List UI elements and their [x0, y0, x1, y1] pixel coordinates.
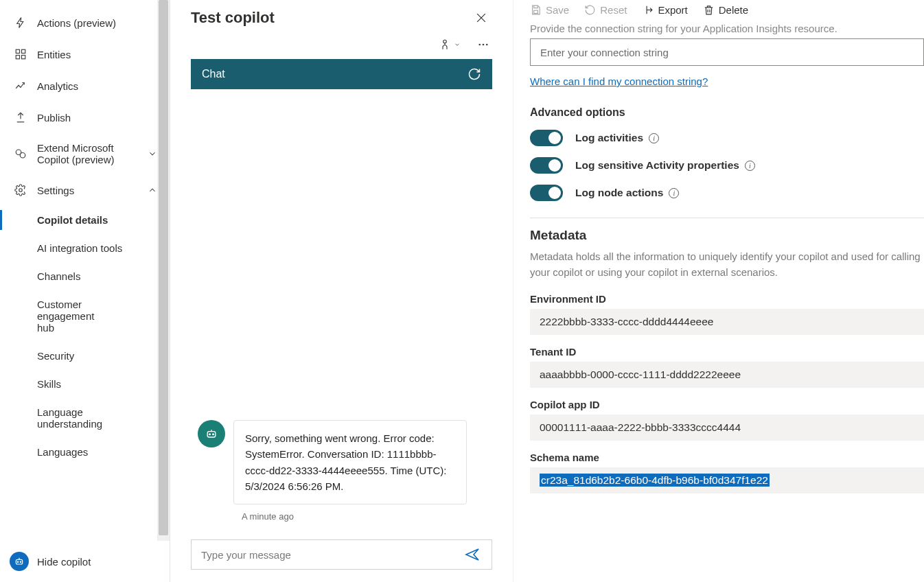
reset-button[interactable]: Reset: [584, 4, 627, 16]
chat-tab-bar: Chat: [191, 59, 492, 89]
sidebar-sub-language[interactable]: Language understanding: [0, 398, 117, 438]
send-button[interactable]: [461, 544, 483, 566]
svg-point-13: [486, 44, 488, 46]
chat-message: Sorry, something went wrong. Error code:…: [198, 420, 485, 504]
sidebar-item-settings[interactable]: Settings: [0, 174, 170, 206]
sidebar-sub-channels[interactable]: Channels: [0, 262, 170, 290]
reset-icon: [584, 4, 596, 16]
sidebar-item-label: Settings: [37, 185, 74, 196]
sidebar-item-entities[interactable]: Entities: [0, 38, 170, 70]
divider: [530, 218, 924, 218]
chat-tab[interactable]: Chat: [202, 68, 225, 80]
metadata-heading: Metadata: [530, 228, 924, 243]
delete-button[interactable]: Delete: [703, 4, 748, 16]
metadata-description: Metadata holds all the information to un…: [530, 248, 924, 281]
scrollbar-thumb[interactable]: [159, 0, 168, 535]
svg-point-6: [19, 189, 23, 192]
bot-avatar-icon: [198, 420, 225, 447]
more-menu-button[interactable]: [474, 36, 492, 54]
sidebar-sub-skills[interactable]: Skills: [0, 370, 170, 398]
sidebar: Actions (preview) Entities Analytics Pub…: [0, 0, 170, 582]
gear-icon: [14, 183, 27, 197]
toggle-log-activities[interactable]: [530, 130, 563, 146]
connection-string-help-link[interactable]: Where can I find my connection string?: [530, 75, 708, 87]
svg-point-9: [20, 561, 21, 562]
toggle-label: Log sensitive Activity properties: [575, 159, 739, 172]
entities-icon: [14, 47, 27, 61]
toggle-label: Log node actions: [575, 187, 663, 199]
sidebar-sub-security[interactable]: Security: [0, 342, 170, 370]
sidebar-item-actions[interactable]: Actions (preview): [0, 7, 170, 38]
chevron-down-icon: [454, 41, 461, 48]
chat-body: Sorry, something went wrong. Error code:…: [191, 89, 492, 533]
svg-rect-14: [207, 432, 216, 437]
field-value-schema-name[interactable]: cr23a_81d6b2b2-66b0-4dfb-b96b-bf0d347f1e…: [530, 467, 924, 493]
hide-copilot-button[interactable]: Hide copilot: [0, 546, 170, 577]
export-icon: [642, 4, 654, 16]
field-label-tenant-id: Tenant ID: [530, 346, 924, 358]
svg-point-16: [213, 434, 214, 435]
info-icon[interactable]: i: [669, 188, 679, 198]
chat-input-container: [191, 539, 492, 570]
sidebar-sub-engagement[interactable]: Customer engagement hub: [0, 290, 117, 342]
svg-rect-0: [16, 49, 19, 53]
sidebar-item-label: Extend Microsoft Copilot (preview): [37, 142, 126, 165]
info-icon[interactable]: i: [745, 161, 755, 171]
svg-point-5: [20, 153, 25, 159]
toggle-log-sensitive[interactable]: [530, 157, 563, 174]
toggle-log-node-actions[interactable]: [530, 185, 563, 201]
track-topics-button[interactable]: [436, 36, 463, 54]
field-value-app-id[interactable]: 00001111-aaaa-2222-bbbb-3333cccc4444: [530, 415, 924, 441]
sidebar-scrollbar[interactable]: [157, 0, 170, 541]
svg-rect-1: [22, 49, 25, 53]
field-label-env-id: Environment ID: [530, 293, 924, 305]
details-pane: Save Reset Export Delete Provide the con…: [513, 0, 924, 582]
info-icon[interactable]: i: [649, 133, 659, 143]
sidebar-item-extend[interactable]: Extend Microsoft Copilot (preview): [0, 133, 170, 174]
toggle-label: Log activities: [575, 132, 643, 144]
test-copilot-pane: Test copilot Chat Sorry, something went …: [170, 0, 513, 582]
save-icon: [530, 4, 542, 16]
chat-message-text: Sorry, something went wrong. Error code:…: [233, 420, 467, 504]
save-button[interactable]: Save: [530, 4, 569, 16]
chevron-up-icon: [148, 185, 157, 195]
svg-point-8: [17, 561, 18, 562]
svg-point-10: [443, 40, 447, 43]
field-value-tenant-id[interactable]: aaaabbbb-0000-cccc-1111-dddd2222eeee: [530, 362, 924, 388]
svg-point-11: [478, 44, 481, 46]
svg-rect-2: [16, 56, 19, 59]
sidebar-item-label: Analytics: [37, 80, 78, 92]
svg-rect-3: [22, 56, 25, 59]
sidebar-sub-languages[interactable]: Languages: [0, 438, 170, 466]
test-copilot-title: Test copilot: [191, 9, 275, 27]
chat-message-time: A minute ago: [242, 511, 485, 522]
sidebar-sub-ai-tools[interactable]: AI integration tools: [0, 234, 170, 262]
hide-copilot-label: Hide copilot: [37, 556, 91, 568]
sidebar-item-analytics[interactable]: Analytics: [0, 70, 170, 102]
export-button[interactable]: Export: [642, 4, 687, 16]
connection-string-input[interactable]: [530, 38, 924, 66]
advanced-options-heading: Advanced options: [530, 106, 924, 119]
field-label-app-id: Copilot app ID: [530, 399, 924, 410]
refresh-button[interactable]: [467, 67, 481, 81]
more-horizontal-icon: [477, 38, 489, 51]
sidebar-item-publish[interactable]: Publish: [0, 102, 170, 133]
svg-rect-17: [534, 10, 538, 13]
delete-icon: [703, 4, 715, 16]
svg-point-15: [209, 434, 211, 435]
analytics-icon: [14, 79, 27, 93]
sidebar-item-label: Entities: [37, 49, 71, 60]
sidebar-item-label: Actions (preview): [37, 17, 116, 29]
connection-string-description: Provide the connection string for your A…: [530, 23, 924, 34]
lightning-icon: [14, 16, 27, 30]
field-label-schema-name: Schema name: [530, 452, 924, 463]
copilot-icon: [14, 147, 27, 161]
close-button[interactable]: [470, 7, 492, 29]
chat-input[interactable]: [200, 548, 461, 561]
sidebar-item-label: Publish: [37, 112, 71, 124]
bot-icon: [10, 552, 29, 571]
svg-point-12: [483, 44, 485, 46]
chevron-down-icon: [148, 149, 157, 159]
field-value-env-id[interactable]: 2222bbbb-3333-cccc-dddd4444eeee: [530, 309, 924, 335]
sidebar-sub-copilot-details[interactable]: Copilot details: [0, 206, 170, 234]
